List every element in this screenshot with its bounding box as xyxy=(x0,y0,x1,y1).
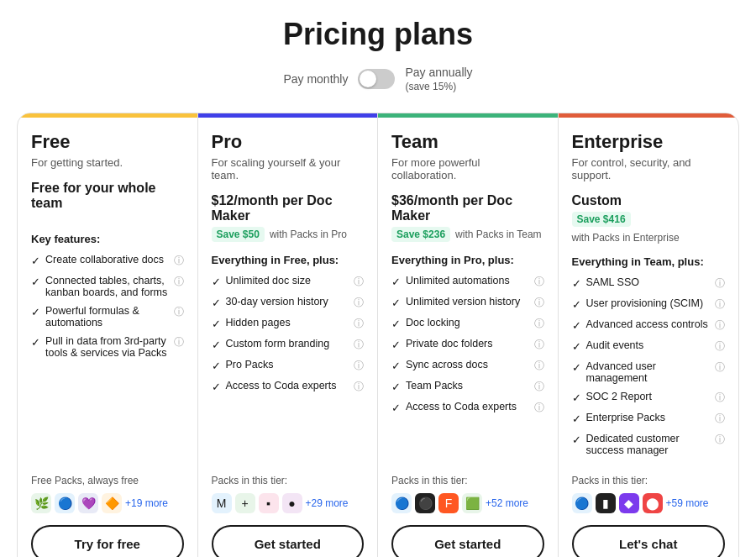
team-packs-icons: 🔵 ⚫ F 🟩 +52 more xyxy=(391,493,544,513)
team-plan-name: Team xyxy=(391,131,544,153)
list-item: ✓ Audit events ⓘ xyxy=(572,339,726,354)
billing-toggle-switch[interactable] xyxy=(358,69,395,89)
info-icon[interactable]: ⓘ xyxy=(354,359,364,373)
enterprise-more-packs[interactable]: +59 more xyxy=(666,497,709,509)
info-icon[interactable]: ⓘ xyxy=(534,317,544,331)
info-icon[interactable]: ⓘ xyxy=(534,380,544,394)
list-item: ✓ Dedicated customer success manager ⓘ xyxy=(572,433,726,456)
check-icon: ✓ xyxy=(391,381,401,393)
team-packs-label: Packs in this tier: xyxy=(391,475,544,486)
plan-enterprise: Enterprise For control, security, and su… xyxy=(559,113,739,557)
info-icon[interactable]: ⓘ xyxy=(715,297,725,312)
enterprise-savings-badge: Save $416 xyxy=(572,212,631,227)
pro-cta-button[interactable]: Get started xyxy=(212,525,365,557)
team-cta-button[interactable]: Get started xyxy=(391,525,544,557)
feature-text: Dedicated customer success manager xyxy=(586,433,711,456)
pro-more-packs[interactable]: +29 more xyxy=(306,497,349,509)
free-price-block: Free for your whole team xyxy=(31,181,184,221)
pack-icon: F xyxy=(438,493,459,513)
info-icon[interactable]: ⓘ xyxy=(715,412,725,426)
check-icon: ✓ xyxy=(391,276,401,288)
team-price-block: $36/month per Doc Maker Save $236 with P… xyxy=(391,193,544,242)
team-more-packs[interactable]: +52 more xyxy=(486,497,528,509)
pack-icon: 🟩 xyxy=(462,493,482,513)
info-icon[interactable]: ⓘ xyxy=(354,296,364,310)
feature-text: Access to Coda experts xyxy=(406,401,529,412)
team-packs-section: Packs in this tier: 🔵 ⚫ F 🟩 +52 more xyxy=(391,475,544,525)
pack-icon: ▪ xyxy=(259,493,279,513)
feature-text: Sync across docs xyxy=(406,359,529,370)
info-icon[interactable]: ⓘ xyxy=(354,380,364,394)
list-item: ✓ Sync across docs ⓘ xyxy=(391,359,544,373)
free-packs-icons: 🌿 🔵 💜 🔶 +19 more xyxy=(31,493,184,513)
team-savings-text: with Packs in Team xyxy=(455,229,542,240)
enterprise-body: Enterprise For control, security, and su… xyxy=(559,118,739,557)
free-more-packs[interactable]: +19 more xyxy=(125,497,168,509)
pack-icon: 🔶 xyxy=(102,493,122,513)
info-icon[interactable]: ⓘ xyxy=(715,339,725,354)
feature-text: Pro Packs xyxy=(226,359,349,370)
enterprise-savings-text: with Packs in Enterprise xyxy=(572,232,680,244)
info-icon[interactable]: ⓘ xyxy=(354,275,364,289)
list-item: ✓ Advanced user management ⓘ xyxy=(572,360,726,384)
feature-text: Unlimited doc size xyxy=(226,275,349,286)
team-feature-list: ✓ Unlimited automations ⓘ ✓ Unlimited ve… xyxy=(391,275,544,463)
pack-icon: ⬤ xyxy=(643,493,663,513)
check-icon: ✓ xyxy=(212,360,221,372)
pack-icon: + xyxy=(235,493,255,513)
enterprise-plan-name: Enterprise xyxy=(572,131,726,153)
pricing-page: Pricing plans Pay monthly Pay annually (… xyxy=(0,0,756,557)
info-icon[interactable]: ⓘ xyxy=(715,391,725,405)
info-icon[interactable]: ⓘ xyxy=(174,275,184,289)
feature-text: Team Packs xyxy=(406,380,529,391)
feature-text: Enterprise Packs xyxy=(586,412,711,423)
list-item: ✓ Unlimited version history ⓘ xyxy=(391,296,544,310)
list-item: ✓ Connected tables, charts, kanban board… xyxy=(31,275,184,298)
free-cta-button[interactable]: Try for free xyxy=(31,525,184,557)
annual-label: Pay annually (save 15%) xyxy=(405,66,472,92)
enterprise-packs-icons: 🔵 ▮ ◆ ⬤ +59 more xyxy=(572,493,726,513)
feature-text: SAML SSO xyxy=(586,276,711,288)
feature-text: Hidden pages xyxy=(226,317,349,328)
plan-pro: Pro For scaling yourself & your team. $1… xyxy=(198,113,379,557)
pro-features-label: Everything in Free, plus: xyxy=(212,254,365,266)
enterprise-price-custom: Custom xyxy=(572,193,726,208)
info-icon[interactable]: ⓘ xyxy=(715,360,725,375)
list-item: ✓ Enterprise Packs ⓘ xyxy=(572,412,726,426)
free-packs-section: Free Packs, always free 🌿 🔵 💜 🔶 +19 more xyxy=(31,475,184,525)
info-icon[interactable]: ⓘ xyxy=(534,275,544,289)
pro-savings-text: with Packs in Pro xyxy=(270,229,347,240)
pro-packs-label: Packs in this tier: xyxy=(212,475,365,486)
list-item: ✓ SOC 2 Report ⓘ xyxy=(572,391,726,405)
list-item: ✓ Private doc folders ⓘ xyxy=(391,338,544,352)
pack-icon: 🌿 xyxy=(31,493,51,513)
info-icon[interactable]: ⓘ xyxy=(354,317,364,331)
plan-team: Team For more powerful collaboration. $3… xyxy=(378,113,559,557)
pro-price-block: $12/month per Doc Maker Save $50 with Pa… xyxy=(212,193,365,242)
info-icon[interactable]: ⓘ xyxy=(534,338,544,352)
check-icon: ✓ xyxy=(572,434,581,446)
list-item: ✓ Create collaborative docs ⓘ xyxy=(31,254,184,268)
enterprise-cta-button[interactable]: Let's chat xyxy=(572,525,726,557)
team-body: Team For more powerful collaboration. $3… xyxy=(378,118,558,557)
info-icon[interactable]: ⓘ xyxy=(715,433,725,447)
pack-icon: ▮ xyxy=(596,493,616,513)
info-icon[interactable]: ⓘ xyxy=(534,296,544,310)
check-icon: ✓ xyxy=(31,276,40,288)
info-icon[interactable]: ⓘ xyxy=(715,318,725,333)
feature-text: Connected tables, charts, kanban boards,… xyxy=(45,275,169,298)
list-item: ✓ Team Packs ⓘ xyxy=(391,380,544,394)
info-icon[interactable]: ⓘ xyxy=(534,401,544,415)
free-plan-desc: For getting started. xyxy=(31,156,184,169)
pro-plan-name: Pro xyxy=(212,131,365,153)
info-icon[interactable]: ⓘ xyxy=(174,254,184,268)
check-icon: ✓ xyxy=(212,276,221,288)
info-icon[interactable]: ⓘ xyxy=(534,359,544,373)
info-icon[interactable]: ⓘ xyxy=(174,305,184,319)
info-icon[interactable]: ⓘ xyxy=(715,276,725,291)
info-icon[interactable]: ⓘ xyxy=(174,335,184,349)
info-icon[interactable]: ⓘ xyxy=(354,338,364,352)
enterprise-packs-label: Packs in this tier: xyxy=(572,475,726,486)
pro-savings: Save $50 with Packs in Pro xyxy=(212,227,365,242)
feature-text: Doc locking xyxy=(406,317,529,328)
